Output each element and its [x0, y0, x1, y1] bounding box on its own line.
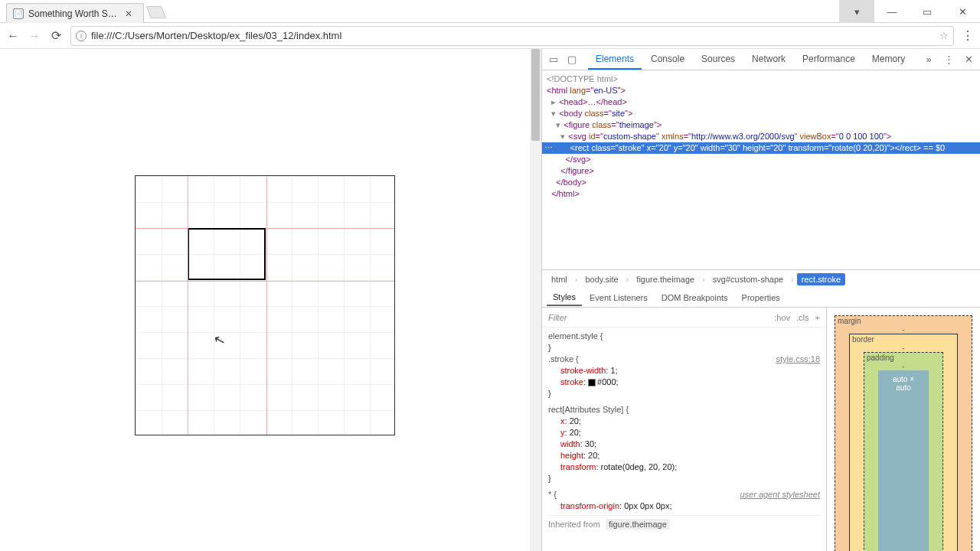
subtab-event-listeners[interactable]: Event Listeners: [583, 290, 654, 305]
doctype: <!DOCTYPE html>: [547, 74, 618, 83]
browser-tab[interactable]: 📄 Something Worth Seein… ✕: [6, 3, 144, 23]
svg-canvas: [135, 175, 395, 435]
title-bar: 📄 Something Worth Seein… ✕ ▾ — ▭ ✕: [0, 0, 980, 23]
reload-button[interactable]: ⟳: [49, 29, 63, 43]
subtab-properties[interactable]: Properties: [736, 290, 786, 305]
tab-performance[interactable]: Performance: [795, 50, 863, 70]
box-model[interactable]: margin- border- padding- auto × auto - -…: [835, 315, 972, 551]
hov-toggle[interactable]: :hov: [774, 313, 790, 322]
tab-memory[interactable]: Memory: [864, 50, 913, 70]
filter-label[interactable]: Filter: [548, 313, 567, 322]
rule-source-link[interactable]: style.css:18: [776, 354, 820, 365]
window-maximize[interactable]: ▭: [910, 0, 945, 23]
ua-stylesheet-label: user agent stylesheet: [740, 489, 820, 500]
devtools-close-icon[interactable]: ✕: [962, 53, 975, 67]
site-info-icon[interactable]: i: [76, 31, 87, 41]
tabs-overflow-icon[interactable]: »: [922, 53, 936, 67]
crumb-svg[interactable]: svg#custom-shape: [708, 273, 788, 285]
tab-title: Something Worth Seein…: [28, 8, 120, 19]
devtools-toolbar: ▭ ▢ Elements Console Sources Network Per…: [542, 49, 980, 70]
omnibox[interactable]: i file:///C:/Users/Morten/Desktop/ex_fil…: [70, 26, 954, 46]
window-minimize[interactable]: —: [874, 0, 910, 23]
page-scrollbar[interactable]: [530, 49, 541, 551]
add-rule-button[interactable]: +: [815, 313, 820, 322]
color-swatch-icon[interactable]: [588, 379, 596, 386]
tab-elements[interactable]: Elements: [588, 50, 642, 70]
rendered-page: ↖: [0, 49, 542, 551]
forward-button[interactable]: →: [28, 29, 41, 43]
tab-console[interactable]: Console: [643, 50, 692, 70]
styles-area: Filter :hov .cls + element.style { } sty…: [542, 308, 980, 551]
styles-subtabs: Styles Event Listeners DOM Breakpoints P…: [542, 288, 980, 308]
url-text: file:///C:/Users/Morten/Desktop/ex_files…: [91, 30, 935, 41]
cls-toggle[interactable]: .cls: [796, 313, 809, 322]
selected-element[interactable]: <rect class="stroke" x="20" y="20" width…: [542, 142, 980, 154]
subtab-styles[interactable]: Styles: [547, 289, 582, 306]
tab-network[interactable]: Network: [744, 50, 793, 70]
devtools-panel: ▭ ▢ Elements Console Sources Network Per…: [542, 49, 980, 551]
chrome-menu-icon[interactable]: ⋮: [962, 28, 974, 43]
address-bar: ← → ⟳ i file:///C:/Users/Morten/Desktop/…: [0, 23, 980, 49]
styles-filter-bar: Filter :hov .cls +: [542, 308, 826, 328]
subtab-dom-breakpoints[interactable]: DOM Breakpoints: [655, 290, 734, 305]
crumb-figure[interactable]: figure.theimage: [632, 273, 699, 285]
window-controls: ▾ — ▭ ✕: [839, 0, 980, 23]
box-model-content: auto × auto: [878, 370, 929, 551]
styles-rules-pane: Filter :hov .cls + element.style { } sty…: [542, 308, 827, 551]
tab-close-icon[interactable]: ✕: [125, 8, 132, 19]
inherited-label: Inherited from: [548, 520, 603, 529]
window-dropdown[interactable]: ▾: [839, 0, 874, 23]
breadcrumb: html› body.site› figure.theimage› svg#cu…: [542, 269, 980, 288]
inherited-from[interactable]: figure.theimage: [606, 519, 670, 530]
devtools-tabs: Elements Console Sources Network Perform…: [588, 50, 913, 70]
new-tab-button[interactable]: [146, 6, 166, 18]
devtools-menu-icon[interactable]: ⋮: [942, 53, 956, 67]
tab-sources[interactable]: Sources: [694, 50, 743, 70]
back-button[interactable]: ←: [6, 29, 20, 43]
window-close[interactable]: ✕: [945, 0, 980, 23]
crumb-html[interactable]: html: [547, 273, 572, 285]
styles-rules[interactable]: element.style { } style.css:18.stroke { …: [542, 328, 826, 551]
page-icon: 📄: [13, 8, 24, 19]
elements-tree[interactable]: <!DOCTYPE html> <html lang="en-US"> ▸<he…: [542, 70, 980, 269]
svg-rect[interactable]: [188, 228, 266, 280]
content-area: ↖ ▭ ▢ Elements Console Sources Network P…: [0, 49, 980, 551]
device-toggle-icon[interactable]: ▢: [565, 53, 579, 67]
computed-pane: margin- border- padding- auto × auto - -…: [827, 308, 980, 551]
crumb-body[interactable]: body.site: [580, 273, 622, 285]
crumb-rect[interactable]: rect.stroke: [797, 273, 845, 285]
bookmark-star-icon[interactable]: ☆: [939, 30, 949, 41]
inspect-icon[interactable]: ▭: [547, 53, 560, 67]
chrome-window: 📄 Something Worth Seein… ✕ ▾ — ▭ ✕ ← → ⟳…: [0, 0, 980, 551]
